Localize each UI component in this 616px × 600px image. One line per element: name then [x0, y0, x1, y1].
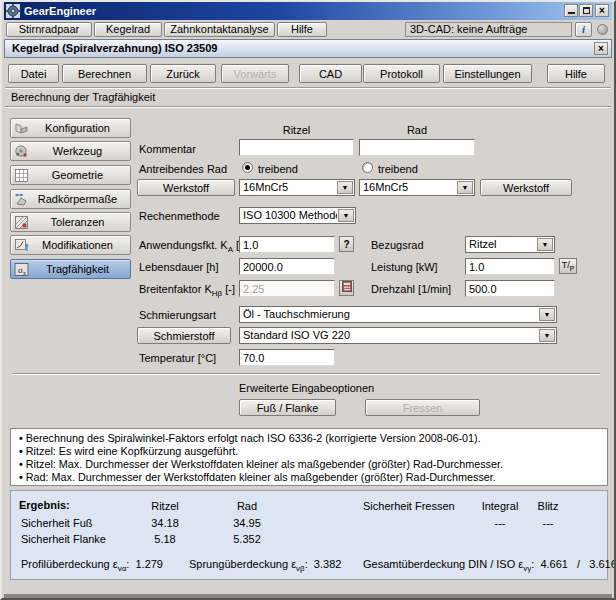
toolbar-protokoll[interactable]: Protokoll	[363, 64, 440, 83]
results-col-rad: Rad	[219, 500, 275, 512]
toolbar-zurueck[interactable]: Zurück	[150, 64, 216, 83]
werkstoff-rad-button[interactable]: Werkstoff	[480, 179, 572, 196]
sidebar-item-toleranzen[interactable]: Toleranzen	[10, 212, 131, 232]
kommentar-label: Kommentar	[139, 143, 196, 155]
antreibendes-rad-label: Antreibendes Rad	[139, 163, 227, 175]
bezugsrad-label: Bezugsrad	[371, 239, 424, 251]
tab-close-button[interactable]: ×	[594, 42, 608, 55]
werkstoff-rad-select[interactable]: 16MnCr5 ▼	[359, 179, 475, 196]
chevron-down-icon: ▼	[539, 308, 555, 321]
toolbar-hilfe[interactable]: Hilfe	[547, 64, 605, 83]
schmierstoff-button[interactable]: Schmierstoff	[137, 327, 231, 344]
anwendungsfaktor-input[interactable]	[239, 236, 335, 253]
schmierstoff-select[interactable]: Standard ISO VG 220 ▼	[239, 327, 557, 344]
calculator-icon	[342, 281, 352, 292]
torque-power-toggle-button[interactable]: T/P	[559, 258, 577, 274]
rechenmethode-label: Rechenmethode	[139, 210, 220, 222]
bullet-icon: •	[19, 458, 23, 470]
werkzeug-icon	[14, 144, 29, 159]
sidebar-item-label: Radkörpermaße	[38, 193, 117, 205]
menu-zahnkontaktanalyse[interactable]: Zahnkontaktanalyse	[164, 22, 275, 37]
sidebar-item-label: Modifikationen	[42, 239, 113, 251]
temperatur-input[interactable]	[239, 349, 335, 366]
leistung-input[interactable]	[465, 258, 555, 275]
sidebar-item-label: Geometrie	[52, 169, 103, 181]
fuss-flanke-button[interactable]: Fuß / Flanke	[239, 399, 336, 416]
maximize-button[interactable]	[579, 4, 593, 17]
chevron-down-icon: ▼	[457, 181, 473, 194]
sidebar-item-radkoerpermasse[interactable]: Radkörpermaße	[10, 189, 131, 209]
advanced-options-title: Erweiterte Eingabeoptionen	[239, 382, 374, 394]
bezugsrad-select[interactable]: Ritzel ▼	[465, 236, 555, 253]
lebensdauer-input[interactable]	[239, 258, 335, 275]
treibend-ritzel-label: treibend	[258, 163, 298, 175]
schmierungsart-select[interactable]: Öl - Tauchschmierung ▼	[239, 306, 557, 323]
chevron-down-icon: ▼	[537, 238, 553, 251]
temperatur-label: Temperatur [°C]	[139, 352, 216, 364]
sidebar-item-label: Werkzeug	[53, 145, 102, 157]
profilueberdeckung-value: Profilüberdeckung εvα: 1.279	[21, 558, 163, 573]
info-button[interactable]: i	[575, 22, 592, 37]
window-title: GearEngineer	[24, 5, 96, 17]
results-title: Ergebnis:	[19, 499, 70, 511]
toolbar-einstellungen[interactable]: Einstellungen	[443, 64, 532, 83]
menu-stirnradpaar[interactable]: Stirnradpaar	[6, 22, 92, 37]
results-col-blitz: Blitz	[523, 500, 573, 512]
leistung-label: Leistung [kW]	[371, 261, 438, 273]
drehzahl-label: Drehzahl [1/min]	[371, 283, 451, 295]
toolbar-berechnen[interactable]: Berechnen	[62, 64, 147, 83]
close-button[interactable]: ×	[595, 4, 609, 17]
gesamtueberdeckung-value: Gesamtüberdeckung DIN / ISO εvγ: 4.661 /…	[363, 558, 616, 573]
result-row-label: Sicherheit Flanke	[21, 533, 106, 545]
breitenfaktor-input	[239, 280, 335, 297]
result-value: ---	[523, 517, 573, 529]
result-value: 5.352	[219, 533, 275, 545]
sidebar-item-modifikationen[interactable]: Modifikationen	[10, 235, 131, 255]
window-bottom-edge	[4, 594, 612, 598]
sidebar-item-label: Tragfähigkeit	[46, 263, 109, 275]
kommentar-ritzel-input[interactable]	[239, 139, 354, 156]
titlebar: GearEngineer ×	[4, 2, 612, 20]
sidebar-item-werkzeug[interactable]: Werkzeug	[10, 141, 131, 161]
result-value: 34.18	[139, 517, 191, 529]
anwendungsfaktor-label: Anwendungsfkt. KA [-]	[139, 239, 246, 254]
rechenmethode-select[interactable]: ISO 10300 Methode B1 ▼	[239, 207, 356, 224]
bullet-icon: •	[19, 445, 23, 457]
cad-status-label: 3D-CAD: keine Aufträge	[405, 22, 572, 37]
status-led-icon	[597, 24, 608, 35]
result-value: ---	[473, 517, 527, 529]
menu-hilfe[interactable]: Hilfe	[277, 22, 327, 37]
treibend-rad-radio[interactable]	[362, 162, 373, 173]
fressen-button: Fressen	[365, 399, 480, 416]
anwendungsfaktor-help-button[interactable]: ?	[339, 236, 354, 252]
message-item: •Rad: Max. Durchmesser der Werkstoffdate…	[19, 471, 599, 484]
konfiguration-icon	[14, 121, 29, 136]
document-title: Kegelrad (Spiralverzahnung) ISO 23509	[12, 42, 217, 54]
drehzahl-input[interactable]	[465, 280, 555, 297]
result-row-label: Sicherheit Fuß	[21, 517, 93, 529]
werkstoff-ritzel-select[interactable]: 16MnCr5 ▼	[239, 179, 355, 196]
column-header-rad: Rad	[359, 124, 475, 136]
breitenfaktor-calculator-button[interactable]	[339, 280, 354, 296]
sidebar-item-tragfaehigkeit[interactable]: σ x Tragfähigkeit	[10, 259, 131, 279]
chevron-down-icon: ▼	[337, 181, 353, 194]
minimize-button[interactable]	[564, 4, 578, 17]
sidebar-item-konfiguration[interactable]: Konfiguration	[10, 118, 131, 138]
chevron-down-icon: ▼	[539, 329, 555, 342]
maximize-icon	[583, 7, 590, 14]
treibend-ritzel-radio[interactable]	[242, 162, 253, 173]
app-window: GearEngineer × Stirnradpaar Kegelrad Zah…	[0, 0, 616, 600]
close-icon: ×	[598, 43, 604, 54]
modifikationen-icon	[14, 238, 29, 253]
sidebar-item-geometrie[interactable]: Geometrie	[10, 165, 131, 185]
kommentar-rad-input[interactable]	[359, 139, 475, 156]
lebensdauer-label: Lebensdauer [h]	[139, 261, 219, 273]
menu-kegelrad[interactable]: Kegelrad	[94, 22, 162, 37]
werkstoff-ritzel-button[interactable]: Werkstoff	[137, 179, 235, 196]
messages-box: •Berechnung des Spiralwinkel-Faktors erf…	[10, 428, 608, 486]
toolbar-datei[interactable]: Datei	[8, 64, 59, 83]
results-col-fressen: Sicherheit Fressen	[363, 500, 455, 512]
toolbar-cad[interactable]: CAD	[299, 64, 362, 83]
chevron-down-icon: ▼	[338, 209, 354, 222]
message-item: •Berechnung des Spiralwinkel-Faktors erf…	[19, 432, 599, 445]
